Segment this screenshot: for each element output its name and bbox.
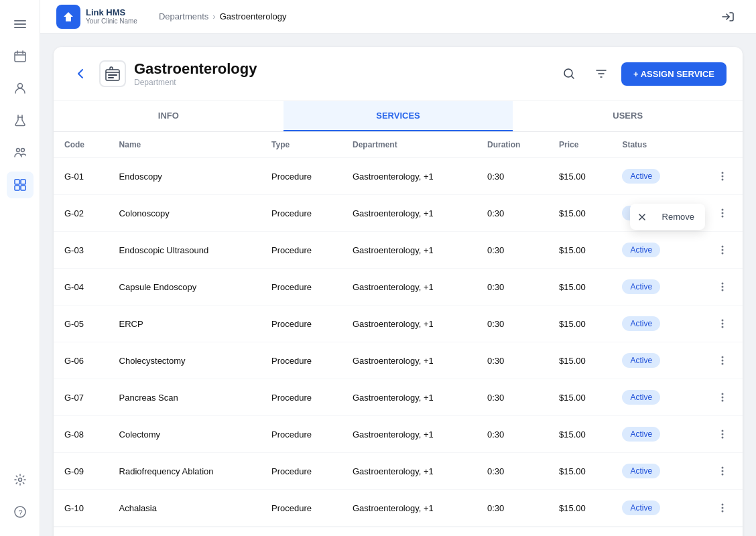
- cell-actions: [690, 306, 743, 342]
- status-badge: Active: [622, 500, 660, 515]
- tab-info[interactable]: INFO: [54, 101, 284, 131]
- app-name: Link HMS: [86, 8, 137, 17]
- search-button[interactable]: [557, 62, 581, 86]
- status-badge: Active: [622, 390, 660, 405]
- cell-price: $15.00: [548, 269, 611, 306]
- breadcrumb-parent[interactable]: Departments: [159, 11, 208, 21]
- team-icon[interactable]: [7, 139, 34, 166]
- cell-name: ERCP: [109, 306, 261, 342]
- cell-actions: [690, 232, 743, 269]
- settings-icon[interactable]: [7, 466, 34, 493]
- svg-point-30: [722, 246, 724, 248]
- svg-point-33: [722, 283, 724, 285]
- status-badge: Active: [622, 316, 660, 331]
- cell-price: $15.00: [548, 416, 611, 453]
- svg-point-45: [722, 430, 724, 432]
- cell-price: $15.00: [548, 379, 611, 416]
- col-code: Code: [54, 132, 109, 158]
- row-actions: [700, 425, 732, 444]
- filter-button[interactable]: [589, 62, 613, 86]
- more-options-button[interactable]: [713, 204, 732, 222]
- more-options-button[interactable]: [713, 314, 732, 333]
- more-options-button[interactable]: [713, 462, 732, 480]
- cell-department: Gastroenterology, +1: [342, 195, 477, 232]
- help-icon[interactable]: ?: [7, 498, 34, 525]
- svg-point-52: [722, 507, 724, 509]
- svg-point-26: [722, 179, 724, 181]
- remove-menu-item[interactable]: Remove: [655, 208, 701, 226]
- assign-service-button[interactable]: + ASSIGN SERVICE: [621, 62, 727, 86]
- cell-name: Pancreas Scan: [109, 379, 261, 416]
- cell-duration: 0:30: [477, 416, 548, 453]
- svg-point-24: [722, 172, 724, 174]
- main-content: Gastroenterology Department + ASSIGN SER…: [40, 34, 756, 536]
- svg-point-9: [16, 149, 19, 152]
- svg-point-15: [18, 478, 21, 482]
- table-row: G-04 Capsule Endoscopy Procedure Gastroe…: [54, 269, 743, 306]
- cell-duration: 0:30: [477, 195, 548, 232]
- cell-price: $15.00: [548, 306, 611, 342]
- department-actions: + ASSIGN SERVICE: [557, 62, 727, 86]
- svg-point-46: [722, 433, 724, 436]
- more-options-button[interactable]: [713, 388, 732, 407]
- logo[interactable]: Link HMS Your Clinic Name: [56, 5, 137, 29]
- cell-actions: Remove: [690, 195, 743, 232]
- svg-rect-1: [14, 23, 26, 25]
- status-badge: Active: [622, 427, 660, 442]
- cell-status: Active: [611, 416, 690, 453]
- logout-icon[interactable]: [716, 5, 740, 29]
- calendar-icon[interactable]: [7, 43, 34, 70]
- col-duration: Duration: [477, 132, 548, 158]
- patient-icon[interactable]: [7, 75, 34, 102]
- svg-point-41: [722, 363, 724, 365]
- cell-code: G-02: [54, 195, 109, 232]
- row-actions: [700, 498, 732, 517]
- department-title-group: Gastroenterology Department: [134, 60, 557, 87]
- more-options-button[interactable]: [713, 498, 732, 517]
- lab-icon[interactable]: [7, 107, 34, 134]
- cell-status: Active: [611, 306, 690, 342]
- more-options-button[interactable]: [713, 241, 732, 259]
- department-header: Gastroenterology Department + ASSIGN SER…: [54, 47, 743, 101]
- more-options-button[interactable]: [713, 351, 732, 370]
- cell-code: G-01: [54, 158, 109, 195]
- services-icon[interactable]: [7, 172, 34, 198]
- row-actions: [700, 167, 732, 186]
- breadcrumb: Departments › Gastroenterology: [159, 11, 287, 21]
- row-actions: [700, 314, 732, 333]
- topbar: Link HMS Your Clinic Name Departments › …: [40, 0, 756, 34]
- services-table-wrap: Code Name Type Department Duration Price…: [54, 132, 743, 527]
- more-options-button[interactable]: [713, 277, 732, 296]
- more-options-button[interactable]: [713, 167, 732, 186]
- department-subtitle: Department: [134, 78, 557, 87]
- svg-point-49: [722, 470, 724, 472]
- svg-point-29: [722, 216, 724, 218]
- cell-status: Active: [611, 269, 690, 306]
- svg-rect-13: [15, 186, 19, 190]
- cell-type: Procedure: [261, 306, 342, 342]
- cell-duration: 0:30: [477, 490, 548, 527]
- tab-users[interactable]: USERS: [513, 101, 743, 131]
- svg-point-44: [722, 400, 724, 402]
- svg-point-31: [722, 249, 724, 251]
- row-actions: [700, 351, 732, 370]
- cell-code: G-10: [54, 490, 109, 527]
- menu-icon[interactable]: [7, 11, 34, 38]
- back-button[interactable]: [70, 63, 91, 84]
- cell-price: $15.00: [548, 453, 611, 490]
- svg-text:?: ?: [18, 509, 22, 517]
- cell-department: Gastroenterology, +1: [342, 232, 477, 269]
- cell-duration: 0:30: [477, 342, 548, 379]
- table-row: G-02 Colonoscopy Procedure Gastroenterol…: [54, 195, 743, 232]
- cell-actions: [690, 453, 743, 490]
- table-row: G-07 Pancreas Scan Procedure Gastroenter…: [54, 379, 743, 416]
- cell-status: Active: [611, 232, 690, 269]
- department-card: Gastroenterology Department + ASSIGN SER…: [54, 47, 743, 536]
- cell-duration: 0:30: [477, 306, 548, 342]
- svg-point-51: [722, 504, 724, 506]
- context-menu-close[interactable]: [634, 209, 650, 225]
- cell-duration: 0:30: [477, 379, 548, 416]
- cell-type: Procedure: [261, 379, 342, 416]
- more-options-button[interactable]: [713, 425, 732, 444]
- tab-services[interactable]: SERVICES: [284, 101, 513, 131]
